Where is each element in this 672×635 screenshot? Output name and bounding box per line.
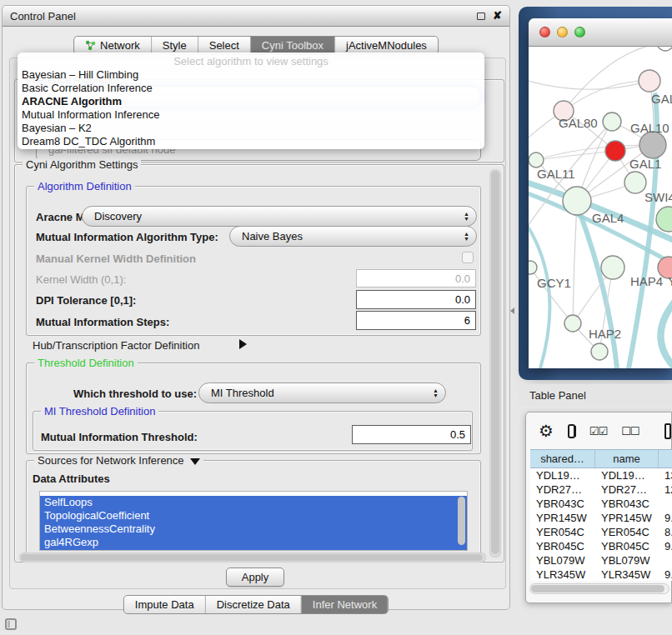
algorithm-option[interactable]: Dream8 DC_TDC Algorithm	[18, 135, 484, 148]
attributes-list-scrollbar[interactable]	[458, 497, 465, 545]
settings-hscrollbar-thumb[interactable]	[21, 554, 483, 561]
kernel-width-field[interactable]: 0.0	[356, 269, 476, 288]
splitter-collapse-arrow[interactable]	[510, 308, 514, 314]
table-row[interactable]: YDR27…YDR27…12	[530, 482, 672, 497]
column-header-shared-name[interactable]: shared…	[530, 450, 595, 468]
network-node[interactable]	[591, 343, 608, 360]
node-label: GAL1	[629, 157, 661, 171]
mi-type-combobox[interactable]: Naive Bayes ▲▼	[229, 226, 477, 247]
settings-vscrollbar-thumb[interactable]	[491, 171, 499, 554]
export-table-icon[interactable]	[664, 423, 671, 439]
data-attribute-item[interactable]: TopologicalCoefficient	[40, 509, 467, 522]
tab-infer-network[interactable]: Infer Network	[301, 596, 388, 613]
apply-button[interactable]: Apply	[226, 568, 284, 587]
aracne-mode-value: Discovery	[94, 210, 459, 222]
tab-label: jActiveMNodules	[346, 39, 427, 52]
tab-jactivemnodules[interactable]: jActiveMNodules	[334, 37, 438, 54]
algorithm-option[interactable]: Bayesian – Hill Climbing	[18, 68, 484, 82]
mi-threshold-field[interactable]: 0.5	[352, 425, 471, 444]
sources-title-text: Sources for Network Inference	[38, 454, 184, 467]
tab-select[interactable]: Select	[198, 37, 250, 54]
table-cell	[659, 553, 672, 568]
data-attributes-list[interactable]: SelfLoopsTopologicalCoefficientBetweenne…	[39, 491, 468, 551]
expand-right-icon[interactable]	[239, 339, 247, 349]
network-node[interactable]	[657, 47, 672, 51]
table-row[interactable]: YBL079WYBL079W	[530, 553, 672, 568]
hub-definition-label[interactable]: Hub/Transcription Factor Definition	[33, 339, 199, 352]
mi-type-value: Naive Bayes	[242, 230, 459, 242]
tab-style[interactable]: Style	[151, 37, 198, 54]
network-node-gal1[interactable]	[605, 141, 625, 161]
show-columns-icon[interactable]: ☑☑	[589, 425, 607, 438]
network-tab-icon	[85, 40, 96, 51]
network-node[interactable]	[656, 207, 672, 232]
gear-icon[interactable]: ⚙	[539, 422, 554, 439]
selection-fill	[40, 549, 467, 551]
manual-kernel-checkbox[interactable]	[462, 252, 474, 263]
data-attribute-item[interactable]: SelfLoops	[40, 496, 467, 509]
node-label: GAL80	[559, 116, 598, 130]
tab-network[interactable]: Network	[74, 37, 151, 54]
minimize-window-icon[interactable]	[557, 27, 568, 38]
which-threshold-combobox[interactable]: MI Threshold ▲▼	[198, 382, 446, 403]
close-panel-icon[interactable]: ✘	[493, 12, 502, 20]
mi-threshold-group-title: MI Threshold Definition	[41, 405, 158, 418]
float-panel-icon[interactable]	[477, 12, 485, 20]
tab-discretize-data[interactable]: Discretize Data	[205, 596, 301, 613]
sources-group-title: Sources for Network Inference	[34, 454, 203, 467]
table-row[interactable]: YER054CYER054C8.	[530, 525, 672, 539]
data-attribute-item[interactable]: gal4RGexp	[40, 536, 467, 549]
node-label: HAP2	[589, 327, 621, 341]
network-node-gal10[interactable]	[603, 112, 621, 131]
aracne-mode-combobox[interactable]: Discovery ▲▼	[82, 206, 477, 227]
close-window-icon[interactable]	[539, 27, 550, 38]
tab-impute-data[interactable]: Impute Data	[124, 596, 205, 613]
table-row[interactable]: YPR145WYPR145W9.	[530, 511, 672, 525]
tab-label: Network	[100, 39, 140, 52]
split-columns-icon[interactable]	[568, 424, 575, 438]
cyni-bottom-tabbar: Impute Data Discretize Data Infer Networ…	[123, 595, 389, 614]
algorithm-option[interactable]: Basic Correlation Inference	[18, 82, 484, 95]
table-row[interactable]: YLR345WYLR345W9.	[530, 568, 672, 581]
node-label: HAP4	[630, 274, 663, 288]
algorithm-option[interactable]: Mutual Information Inference	[18, 108, 484, 122]
network-node-hap4[interactable]	[601, 256, 624, 279]
network-node[interactable]	[639, 132, 666, 158]
column-header-name[interactable]: name	[595, 450, 659, 468]
algorithm-option[interactable]: Bayesian – K2	[18, 122, 484, 135]
settings-horizontal-scrollbar[interactable]	[19, 552, 486, 562]
mi-steps-label: Mutual Information Steps:	[36, 316, 169, 328]
network-node-gal4[interactable]	[563, 187, 591, 215]
hide-columns-icon[interactable]: ☐☐	[621, 425, 639, 438]
table-horizontal-scrollbar[interactable]	[529, 583, 669, 594]
node-label: GAL4	[592, 211, 624, 225]
network-canvas[interactable]: GALGAL80GAL10GAL1GAL11SWI4GAL4GCY1HAP4YH…	[529, 47, 672, 368]
zoom-window-icon[interactable]	[574, 27, 585, 38]
mi-steps-field[interactable]: 6	[356, 311, 476, 330]
table-row[interactable]: YBR043CYBR043C	[530, 497, 672, 511]
table-hscrollbar-thumb[interactable]	[531, 585, 664, 592]
algorithm-option[interactable]: ARACNE Algorithm	[18, 95, 484, 108]
tab-cyni-toolbox[interactable]: Cyni Toolbox	[250, 37, 334, 54]
data-attribute-item[interactable]: BetweennessCentrality	[40, 522, 467, 536]
collapse-down-icon[interactable]	[190, 458, 200, 465]
network-node-gal11[interactable]	[529, 152, 544, 168]
minimized-panel-icon[interactable]	[5, 618, 17, 630]
network-node-swi4[interactable]	[624, 172, 646, 193]
tab-label: Cyni Toolbox	[262, 39, 323, 52]
dpi-tolerance-field[interactable]: 0.0	[356, 290, 476, 309]
network-node-gal[interactable]	[639, 70, 660, 92]
table-row[interactable]: YDL19…YDL19…13	[530, 468, 672, 482]
node-label: Y	[668, 274, 672, 288]
network-node-gcy1[interactable]	[529, 261, 537, 274]
table-panel-header: Table Panel	[519, 384, 672, 406]
settings-vertical-scrollbar[interactable]	[489, 169, 501, 558]
table-cell: YDL19…	[530, 468, 595, 482]
table-cell: YBR045C	[530, 539, 595, 553]
which-threshold-label: Which threshold to use:	[73, 388, 197, 400]
table-row[interactable]: YBR045CYBR045C9.	[530, 539, 672, 553]
network-node-hap2[interactable]	[564, 315, 581, 332]
stepper-icon: ▲▼	[433, 388, 439, 398]
manual-kernel-label: Manual Kernel Width Definition	[36, 252, 196, 265]
column-header-clipped[interactable]: A	[659, 450, 672, 468]
